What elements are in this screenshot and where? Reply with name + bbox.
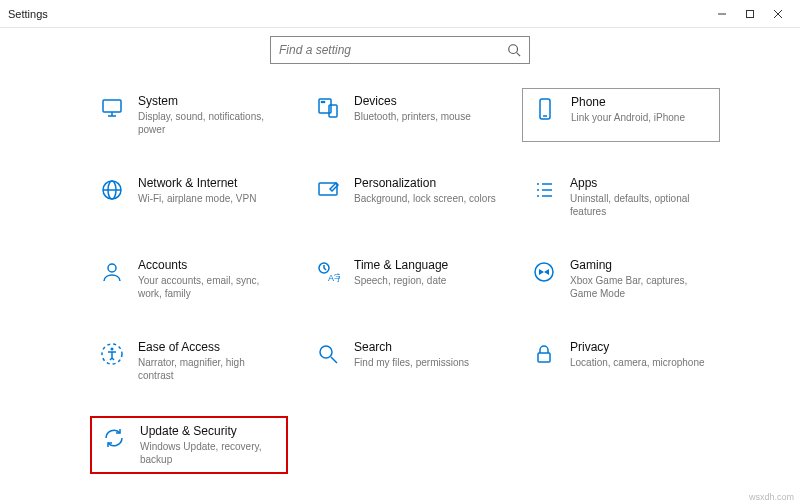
tile-desc: Xbox Game Bar, captures, Game Mode bbox=[570, 275, 712, 300]
search-wrap bbox=[0, 36, 800, 64]
apps-icon bbox=[530, 176, 558, 204]
tile-gaming[interactable]: Gaming Xbox Game Bar, captures, Game Mod… bbox=[522, 252, 720, 306]
svg-point-25 bbox=[108, 264, 116, 272]
tile-desc: Bluetooth, printers, mouse bbox=[354, 111, 471, 124]
tile-desc: Location, camera, microphone bbox=[570, 357, 705, 370]
personalization-icon bbox=[314, 176, 342, 204]
svg-rect-10 bbox=[329, 105, 337, 117]
phone-icon bbox=[531, 95, 559, 123]
svg-rect-1 bbox=[747, 10, 754, 17]
titlebar: Settings bbox=[0, 0, 800, 28]
tile-title: Search bbox=[354, 340, 469, 355]
tile-title: Update & Security bbox=[140, 424, 278, 439]
tile-desc: Windows Update, recovery, backup bbox=[140, 441, 278, 466]
tile-desc: Link your Android, iPhone bbox=[571, 112, 685, 125]
gaming-icon bbox=[530, 258, 558, 286]
globe-icon bbox=[98, 176, 126, 204]
svg-point-4 bbox=[509, 45, 518, 54]
minimize-button[interactable] bbox=[708, 0, 736, 28]
tile-personalization[interactable]: Personalization Background, lock screen,… bbox=[306, 170, 504, 224]
tile-update-security[interactable]: Update & Security Windows Update, recove… bbox=[90, 416, 288, 474]
window-controls bbox=[708, 0, 792, 28]
search-box[interactable] bbox=[270, 36, 530, 64]
privacy-icon bbox=[530, 340, 558, 368]
svg-line-5 bbox=[517, 53, 521, 57]
tile-system[interactable]: System Display, sound, notifications, po… bbox=[90, 88, 288, 142]
tile-time-language[interactable]: A字 Time & Language Speech, region, date bbox=[306, 252, 504, 306]
maximize-button[interactable] bbox=[736, 0, 764, 28]
close-button[interactable] bbox=[764, 0, 792, 28]
svg-line-32 bbox=[331, 357, 337, 363]
tile-title: Personalization bbox=[354, 176, 496, 191]
tile-accounts[interactable]: Accounts Your accounts, email, sync, wor… bbox=[90, 252, 288, 306]
tile-desc: Narrator, magnifier, high contrast bbox=[138, 357, 280, 382]
tile-title: Phone bbox=[571, 95, 685, 110]
search-icon bbox=[507, 43, 521, 57]
time-language-icon: A字 bbox=[314, 258, 342, 286]
tile-desc: Your accounts, email, sync, work, family bbox=[138, 275, 280, 300]
tile-desc: Background, lock screen, colors bbox=[354, 193, 496, 206]
tile-title: Time & Language bbox=[354, 258, 448, 273]
search-category-icon bbox=[314, 340, 342, 368]
tile-privacy[interactable]: Privacy Location, camera, microphone bbox=[522, 334, 720, 388]
svg-rect-6 bbox=[103, 100, 121, 112]
settings-grid: System Display, sound, notifications, po… bbox=[0, 64, 800, 474]
tile-title: Devices bbox=[354, 94, 471, 109]
tile-network[interactable]: Network & Internet Wi-Fi, airplane mode,… bbox=[90, 170, 288, 224]
tile-desc: Find my files, permissions bbox=[354, 357, 469, 370]
watermark: wsxdh.com bbox=[749, 492, 794, 502]
tile-title: Gaming bbox=[570, 258, 712, 273]
svg-point-31 bbox=[320, 346, 332, 358]
svg-text:A字: A字 bbox=[328, 273, 340, 283]
svg-point-12 bbox=[323, 101, 324, 102]
tile-title: Network & Internet bbox=[138, 176, 256, 191]
tile-devices[interactable]: Devices Bluetooth, printers, mouse bbox=[306, 88, 504, 142]
ease-of-access-icon bbox=[98, 340, 126, 368]
tile-title: Ease of Access bbox=[138, 340, 280, 355]
tile-desc: Uninstall, defaults, optional features bbox=[570, 193, 712, 218]
tile-search[interactable]: Search Find my files, permissions bbox=[306, 334, 504, 388]
update-security-icon bbox=[100, 424, 128, 452]
tile-phone[interactable]: Phone Link your Android, iPhone bbox=[522, 88, 720, 142]
tile-title: Accounts bbox=[138, 258, 280, 273]
window-title: Settings bbox=[8, 8, 48, 20]
svg-point-11 bbox=[321, 101, 322, 102]
svg-point-30 bbox=[111, 348, 114, 351]
devices-icon bbox=[314, 94, 342, 122]
tile-apps[interactable]: Apps Uninstall, defaults, optional featu… bbox=[522, 170, 720, 224]
tile-desc: Display, sound, notifications, power bbox=[138, 111, 280, 136]
tile-title: System bbox=[138, 94, 280, 109]
system-icon bbox=[98, 94, 126, 122]
tile-desc: Speech, region, date bbox=[354, 275, 448, 288]
accounts-icon bbox=[98, 258, 126, 286]
tile-desc: Wi-Fi, airplane mode, VPN bbox=[138, 193, 256, 206]
svg-rect-33 bbox=[538, 353, 550, 362]
tile-title: Apps bbox=[570, 176, 712, 191]
tile-title: Privacy bbox=[570, 340, 705, 355]
tile-ease-of-access[interactable]: Ease of Access Narrator, magnifier, high… bbox=[90, 334, 288, 388]
search-input[interactable] bbox=[279, 43, 507, 57]
